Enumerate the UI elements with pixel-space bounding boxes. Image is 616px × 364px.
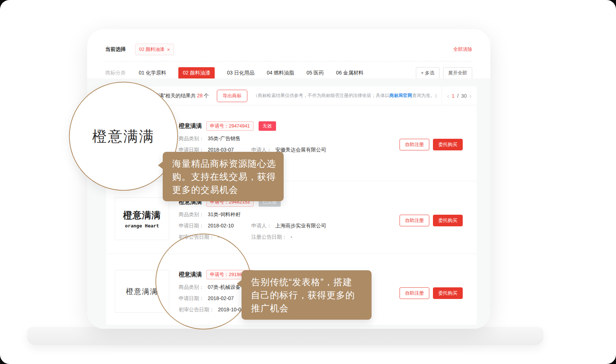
thumbnail-text: 橙意满满 bbox=[126, 287, 158, 296]
tooltip-line: 推广机会 bbox=[251, 302, 362, 315]
entrust-buy-button[interactable]: 委托购买 bbox=[433, 139, 463, 150]
category-item-04[interactable]: 04 燃料油脂 bbox=[267, 70, 294, 76]
tooltip-line: 更多的交易机会 bbox=[172, 183, 274, 196]
disclaimer-text-post: 查询为准。） bbox=[412, 93, 439, 98]
category-label: 商品类别： bbox=[179, 136, 204, 141]
category-item-05[interactable]: 05 医药 bbox=[307, 70, 324, 76]
applicant-label: 申请人： bbox=[251, 223, 272, 228]
category-line: 商品类别：31类-饲料种籽 bbox=[179, 211, 393, 218]
tooltip-line: 告别传统“发表格”，搭建 bbox=[251, 275, 362, 288]
chevron-right-icon[interactable]: › bbox=[469, 93, 471, 99]
export-trademarks-button[interactable]: 导出商标 bbox=[217, 90, 247, 102]
results-disclaimer: （商标检索结果仅供参考，不作为商标能否注册的法律依据；具体以商标局官网查询为准。… bbox=[253, 93, 439, 99]
reg-date-pair: 注册公告日期：- bbox=[251, 234, 323, 240]
trademark-thumbnail: 橙意满满 orange Heart bbox=[115, 197, 169, 240]
category-label: 商品类别： bbox=[179, 211, 204, 217]
reg-date-value: - bbox=[291, 234, 292, 240]
trademark-name: 橙意满满 bbox=[179, 122, 202, 130]
apply-date-pair: 申请日期：2018-02-10 bbox=[179, 223, 250, 229]
category-actions: + 多选 展开全部 bbox=[416, 67, 472, 79]
row-actions: 自助注册 委托购买 bbox=[400, 139, 463, 181]
category-line: 商品类别：35类-广告销售 bbox=[179, 136, 393, 142]
thumbnail-text: 橙意满满 bbox=[123, 209, 161, 221]
tooltip-line: 海量精品商标资源随心选 bbox=[172, 157, 274, 170]
results-summary-suffix: 个 bbox=[204, 93, 209, 98]
pagination-current: 1 bbox=[452, 93, 455, 99]
applicant-value: 安徽美达会展有限公司 bbox=[275, 147, 326, 153]
trademark-office-link[interactable]: 商标局官网 bbox=[389, 93, 412, 98]
close-icon[interactable]: × bbox=[167, 47, 170, 52]
status-badge: 无效 bbox=[259, 121, 276, 131]
self-register-button[interactable]: 自助注册 bbox=[400, 215, 429, 226]
pagination: ‹ 1 / 30 › bbox=[442, 86, 477, 105]
tooltip-line: 自己的标行，获得更多的 bbox=[251, 288, 362, 302]
date-line: 申请日期：2018-02-10 申请人：上海雨步实业有限公司 bbox=[179, 223, 393, 229]
callout-tooltip-promo: 告别传统“发表格”，搭建 自己的标行，获得更多的 推广机会 bbox=[242, 270, 372, 320]
entrust-buy-button[interactable]: 委托购买 bbox=[433, 215, 463, 226]
category-item-06[interactable]: 06 金属材料 bbox=[336, 70, 363, 76]
current-selection-bar: 当前选择 02 颜料油漆 × 全部清除 bbox=[105, 44, 472, 61]
apply-date-value: 2018-02-10 bbox=[208, 223, 234, 228]
category-item-02-selected[interactable]: 02 颜料油漆 bbox=[178, 67, 214, 79]
clear-all-link[interactable]: 全部清除 bbox=[453, 46, 472, 53]
category-item-03[interactable]: 03 日化用品 bbox=[227, 70, 254, 76]
application-number-value: 29474941 bbox=[229, 123, 250, 129]
applicant-pair: 申请人：上海雨步实业有限公司 bbox=[251, 223, 326, 229]
expand-all-button[interactable]: 展开全部 bbox=[443, 67, 472, 79]
callout-tooltip-trade: 海量精品商标资源随心选 购。支持在线交易，获得 更多的交易机会 bbox=[163, 152, 284, 201]
applicant-value: 上海雨步实业有限公司 bbox=[275, 223, 326, 228]
application-number-tag: 申请号：29474941 bbox=[206, 121, 254, 131]
reg-date-label: 注册公告日期： bbox=[251, 234, 287, 240]
magnifier-circle: 橙意满满 bbox=[69, 82, 178, 191]
category-bar-label: 商标分类 bbox=[105, 70, 126, 76]
category-value: 31类-饲料种籽 bbox=[208, 211, 240, 217]
disclaimer-text-pre: （商标检索结果仅供参考，不作为商标能否注册的法律依据；具体以 bbox=[253, 93, 389, 98]
current-selection-label: 当前选择 bbox=[105, 46, 126, 53]
magnifier-trademark-text: 橙意满满 bbox=[92, 126, 155, 146]
thumbnail-subtext: orange Heart bbox=[125, 223, 159, 228]
row-actions: 自助注册 委托购买 bbox=[400, 287, 463, 324]
trademark-category-bar: 商标分类 01 化学原料 02 颜料油漆 03 日化用品 04 燃料油脂 05 … bbox=[105, 67, 472, 79]
selected-filter-tag-text: 02 颜料油漆 bbox=[139, 46, 165, 53]
chevron-left-icon[interactable]: ‹ bbox=[447, 93, 449, 99]
self-register-button[interactable]: 自助注册 bbox=[400, 139, 429, 150]
row-actions: 自助注册 委托购买 bbox=[400, 215, 463, 254]
laptop-base bbox=[27, 327, 543, 345]
category-value: 35类-广告销售 bbox=[208, 136, 240, 141]
selected-filter-tag[interactable]: 02 颜料油漆 × bbox=[135, 44, 174, 55]
apply-date-label: 申请日期： bbox=[179, 223, 204, 228]
self-register-button[interactable]: 自助注册 bbox=[400, 287, 429, 299]
entrust-buy-button[interactable]: 委托购买 bbox=[433, 287, 463, 299]
table-row: 橙意满满 orange Heart 橙意满满 申请号：29482153 已注册 … bbox=[106, 181, 477, 254]
multi-select-button[interactable]: + 多选 bbox=[416, 67, 439, 79]
page-canvas: 当前选择 02 颜料油漆 × 全部清除 商标分类 01 化学原料 02 颜料油漆… bbox=[0, 0, 616, 364]
application-number-label: 申请号： bbox=[210, 123, 229, 129]
pagination-separator: / bbox=[457, 93, 459, 99]
trademark-title-line: 橙意满满 申请号：29474941 无效 bbox=[179, 121, 393, 131]
pagination-total: 30 bbox=[461, 93, 467, 99]
tooltip-line: 购。支持在线交易，获得 bbox=[172, 170, 274, 183]
category-item-01[interactable]: 01 化学原料 bbox=[139, 70, 166, 76]
results-count: 28 bbox=[197, 93, 203, 98]
